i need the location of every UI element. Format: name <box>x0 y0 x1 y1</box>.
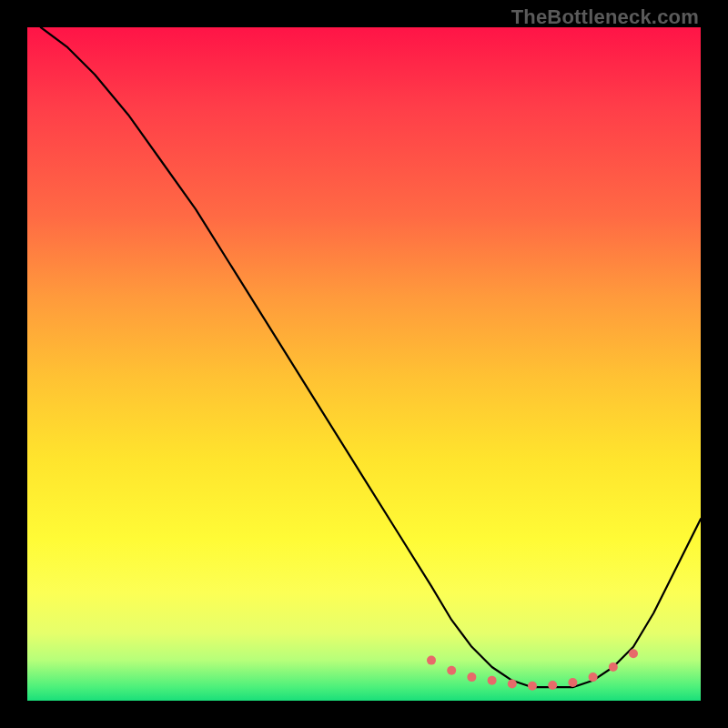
flat-region-markers <box>427 649 638 691</box>
chart-svg <box>27 27 701 701</box>
flat-marker-dot <box>548 681 557 690</box>
chart-frame: TheBottleneck.com <box>0 0 728 728</box>
flat-marker-dot <box>609 662 618 672</box>
flat-marker-dot <box>467 672 476 682</box>
flat-marker-dot <box>447 666 456 675</box>
flat-marker-dot <box>508 680 517 689</box>
plot-gradient-area <box>27 27 701 701</box>
bottleneck-curve-line <box>41 27 701 687</box>
flat-marker-dot <box>589 672 598 682</box>
flat-marker-dot <box>427 656 436 665</box>
flat-marker-dot <box>528 682 537 691</box>
watermark-text: TheBottleneck.com <box>511 5 699 29</box>
flat-marker-dot <box>488 676 497 685</box>
flat-marker-dot <box>568 678 577 687</box>
flat-marker-dot <box>629 649 638 658</box>
